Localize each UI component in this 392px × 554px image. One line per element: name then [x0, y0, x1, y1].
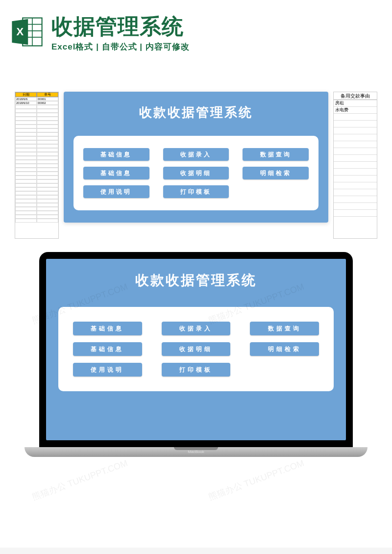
- btn-receipt-detail[interactable]: 收据明细: [163, 167, 229, 179]
- watermark: 熊猫办公 TUKUPPT.COM: [30, 457, 129, 503]
- laptop-btn-receipt-detail[interactable]: 收据明细: [162, 342, 231, 356]
- dashboard-panel: 收款收据管理系统 基础信息 收据录入 数据查询 基础信息 收据明细 明细检索 使…: [64, 92, 328, 223]
- laptop-dashboard-title: 收款收据管理系统: [58, 271, 334, 290]
- laptop-mockup: 收款收据管理系统 基础信息 收据录入 数据查询 基础信息 收据明细 明细检索 使…: [39, 252, 353, 457]
- svg-text:X: X: [16, 25, 24, 38]
- laptop-btn-detail-search[interactable]: 明细检索: [250, 342, 319, 356]
- laptop-base: MacBook: [24, 447, 368, 457]
- laptop-btn-instructions[interactable]: 使用说明: [73, 363, 142, 377]
- laptop-btn-print-template[interactable]: 打印模板: [162, 363, 231, 377]
- watermark: 熊猫办公 TUKUPPT.COM: [207, 457, 306, 503]
- btn-basic-info-2[interactable]: 基础信息: [83, 167, 149, 179]
- bg-left-header-no: 单号: [37, 92, 58, 97]
- laptop-btn-basic-info-1[interactable]: 基础信息: [73, 322, 142, 335]
- promo-title: 收据管理系统: [51, 15, 382, 38]
- preview-canvas: 日期 单号 2018/6/600001 2018/6/1000002: [0, 62, 392, 548]
- btn-print-template[interactable]: 打印模板: [163, 185, 229, 198]
- laptop-btn-data-query[interactable]: 数据查询: [250, 322, 319, 335]
- btn-detail-search[interactable]: 明细检索: [243, 167, 309, 179]
- btn-data-query[interactable]: 数据查询: [243, 148, 309, 161]
- bg-left-header-date: 日期: [15, 92, 37, 97]
- btn-basic-info-1[interactable]: 基础信息: [83, 148, 149, 161]
- bg-sheet-left: 日期 单号 2018/6/600001 2018/6/1000002: [15, 92, 59, 239]
- laptop-button-card: 基础信息 收据录入 数据查询 基础信息 收据明细 明细检索 使用说明 打印模板: [58, 307, 334, 391]
- bg-right-header: 备用交款事由: [334, 92, 377, 100]
- laptop-btn-basic-info-2[interactable]: 基础信息: [73, 342, 142, 356]
- laptop-dashboard: 收款收据管理系统 基础信息 收据录入 数据查询 基础信息 收据明细 明细检索 使…: [46, 259, 346, 440]
- btn-instructions[interactable]: 使用说明: [83, 185, 149, 198]
- button-card: 基础信息 收据录入 数据查询 基础信息 收据明细 明细检索 使用说明 打印模板: [74, 136, 318, 210]
- excel-icon: X: [10, 15, 44, 49]
- promo-subtitle: Excel格式 | 自带公式 | 内容可修改: [51, 41, 382, 52]
- bg-sheet-right: 备用交款事由 房租 水电费: [333, 92, 377, 239]
- laptop-screen: 收款收据管理系统 基础信息 收据录入 数据查询 基础信息 收据明细 明细检索 使…: [39, 252, 353, 447]
- dashboard-title: 收款收据管理系统: [74, 104, 318, 121]
- laptop-brand: MacBook: [188, 450, 204, 454]
- laptop-btn-receipt-entry[interactable]: 收据录入: [162, 322, 231, 335]
- btn-receipt-entry[interactable]: 收据录入: [163, 148, 229, 161]
- promo-header: X 收据管理系统 Excel格式 | 自带公式 | 内容可修改: [0, 0, 392, 62]
